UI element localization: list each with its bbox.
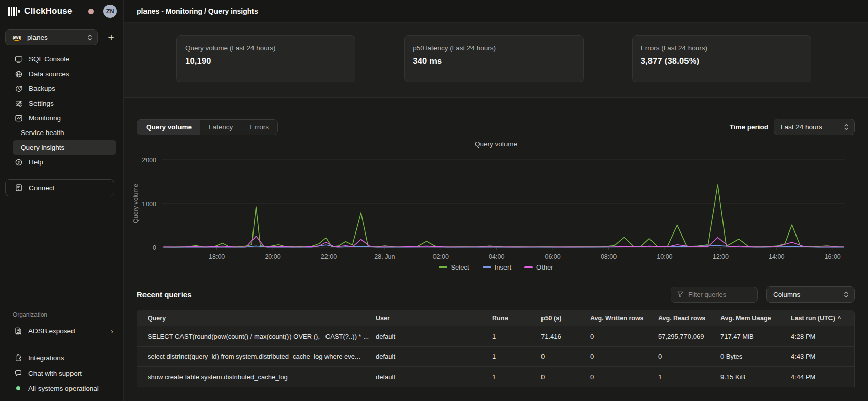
chart-xtick-label: 12:00: [713, 253, 729, 260]
chart-canvas: 010002000Query volume18:0020:0022:0028. …: [124, 150, 868, 262]
stat-label: p50 latency (Last 24 hours): [413, 44, 574, 52]
legend-item-insert[interactable]: Insert: [483, 263, 512, 271]
recent-queries-header: Recent queries Columns: [137, 286, 855, 303]
legend-item-other[interactable]: Other: [524, 263, 553, 271]
legend-swatch: [483, 266, 491, 268]
tab-errors[interactable]: Errors: [241, 120, 277, 135]
stat-card-query-volume: Query volume (Last 24 hours) 10,190: [176, 35, 355, 82]
sidebar-item-monitoring[interactable]: Monitoring: [13, 111, 116, 125]
columns-select[interactable]: Columns: [766, 286, 855, 303]
stats-band: Query volume (Last 24 hours) 10,190 p50 …: [124, 23, 868, 98]
column-header-last-run[interactable]: Last run (UTC)^: [791, 315, 854, 322]
connect-label: Connect: [29, 184, 54, 192]
column-header-avg-written[interactable]: Avg. Written rows: [590, 315, 658, 322]
chart-xtick-label: 04:00: [489, 253, 504, 260]
sidebar-item-label: Backups: [29, 85, 55, 92]
time-period-value: Last 24 hours: [781, 123, 822, 131]
help-icon: ?: [14, 158, 23, 166]
cell-avg-written: 0: [590, 373, 658, 381]
column-header-user[interactable]: User: [376, 315, 492, 322]
legend-swatch: [439, 266, 447, 268]
cell-runs: 1: [492, 353, 541, 360]
connect-button[interactable]: Connect: [5, 179, 114, 196]
brand-name: ClickHouse: [24, 6, 73, 16]
chart-xtick-label: 02:00: [433, 253, 449, 260]
svg-text:?: ?: [17, 160, 20, 164]
cell-p50: 0: [541, 373, 590, 381]
chart-xtick-label: 10:00: [657, 253, 672, 260]
service-selector[interactable]: aws planes: [5, 29, 98, 45]
stat-label: Errors (Last 24 hours): [641, 44, 803, 52]
sidebar-item-query-insights[interactable]: Query insights: [13, 140, 116, 155]
sidebar-item-settings[interactable]: Settings: [13, 96, 116, 111]
settings-sliders-icon: [14, 99, 23, 108]
sidebar-item-label: Data sources: [29, 70, 69, 78]
cell-avg-read: 0: [658, 353, 720, 360]
status-dot: [14, 386, 22, 390]
sidebar-item-label: Service health: [21, 129, 64, 137]
column-header-query[interactable]: Query: [137, 315, 376, 322]
legend-item-select[interactable]: Select: [439, 263, 469, 271]
filter-queries-input[interactable]: [688, 291, 752, 298]
tab-latency[interactable]: Latency: [200, 120, 241, 135]
stat-card-errors: Errors (Last 24 hours) 3,877 (38.05%): [632, 35, 811, 82]
table-row[interactable]: select distrinct(query_id) from system.d…: [137, 346, 854, 366]
footer-item-label: All systems operational: [28, 385, 99, 392]
chart-tabs: Query volume Latency Errors: [137, 119, 278, 135]
organization-label: Organization: [0, 311, 123, 318]
sidebar-item-label: Help: [29, 158, 43, 166]
column-header-runs[interactable]: Runs: [492, 315, 541, 322]
add-service-button[interactable]: +: [105, 32, 117, 43]
sidebar-item-help[interactable]: ? Help: [13, 155, 116, 170]
column-header-avg-mem[interactable]: Avg. Mem Usage: [720, 315, 791, 322]
sidebar-item-label: Query insights: [21, 144, 64, 151]
query-volume-chart: Query volume 010002000Query volume18:002…: [124, 140, 868, 271]
monitoring-icon: [14, 114, 23, 122]
cell-query: show create table system.distributed_cac…: [137, 373, 376, 381]
data-sources-icon: [14, 70, 23, 78]
time-period-select[interactable]: Last 24 hours: [774, 119, 855, 135]
recent-queries-table: Query User Runs p50 (s) Avg. Written row…: [137, 310, 855, 387]
stat-value: 10,190: [185, 56, 347, 66]
sidebar-item-label: Monitoring: [29, 114, 61, 122]
system-status[interactable]: All systems operational: [0, 381, 123, 396]
filter-queries-box: [671, 287, 758, 303]
service-selector-row: aws planes +: [0, 22, 123, 45]
sidebar-item-sql-console[interactable]: SQL Console: [13, 52, 116, 66]
footer-item-label: Integrations: [28, 354, 64, 362]
organization-name: ADSB.exposed: [28, 327, 75, 335]
table-row[interactable]: show create table system.distributed_cac…: [137, 366, 854, 387]
avatar[interactable]: ZN: [103, 5, 117, 18]
organization-switcher[interactable]: ADSB.exposed ›: [0, 323, 123, 339]
column-header-avg-read[interactable]: Avg. Read rows: [658, 315, 720, 322]
table-row[interactable]: SELECT CAST(round(pow(count() / max(coun…: [137, 326, 854, 346]
svg-text:aws: aws: [12, 34, 21, 39]
sidebar: ClickHouse ZN aws planes + SQL Console: [0, 0, 124, 401]
sidebar-item-backups[interactable]: Backups: [13, 81, 116, 96]
sidebar-item-integrations[interactable]: Integrations: [0, 350, 123, 365]
chart-y-axis-title: Query volume: [132, 184, 139, 223]
cell-avg-mem: 0 Bytes: [720, 353, 791, 360]
cell-last-run: 4:44 PM: [791, 373, 854, 381]
chart-xtick-label: 20:00: [265, 253, 280, 260]
chart-xtick-label: 16:00: [825, 253, 841, 260]
chevron-updown-icon: [844, 291, 849, 298]
tab-query-volume[interactable]: Query volume: [137, 120, 200, 135]
notification-dot[interactable]: [88, 9, 94, 14]
sidebar-divider: [0, 345, 123, 345]
cell-avg-read: 57,295,770,069: [658, 332, 720, 340]
sidebar-item-data-sources[interactable]: Data sources: [13, 66, 116, 81]
cell-user: default: [376, 353, 492, 360]
column-header-label: Last run (UTC): [791, 315, 835, 322]
cell-avg-mem: 9.15 KiB: [720, 373, 791, 381]
chart-xtick-label: 22:00: [321, 253, 337, 260]
logo-row: ClickHouse ZN: [0, 0, 123, 22]
legend-label: Other: [536, 263, 553, 271]
console-icon: [14, 55, 23, 63]
sidebar-item-service-health[interactable]: Service health: [13, 125, 116, 140]
cell-avg-written: 0: [590, 332, 658, 340]
sidebar-item-chat-support[interactable]: Chat with support: [0, 365, 123, 381]
section-title: Recent queries: [137, 290, 192, 299]
integrations-puzzle-icon: [14, 354, 22, 362]
column-header-p50[interactable]: p50 (s): [541, 315, 590, 322]
